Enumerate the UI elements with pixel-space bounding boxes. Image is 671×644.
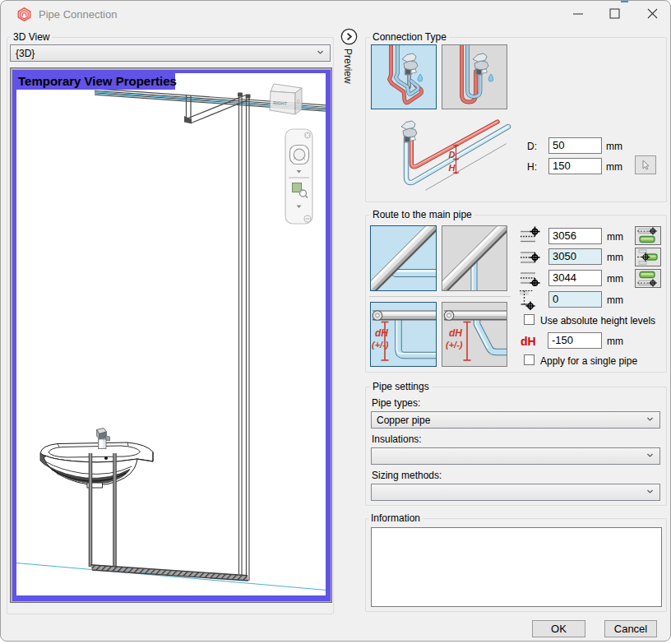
svg-text:D: D (449, 150, 456, 160)
svg-text:(+/-): (+/-) (446, 340, 463, 350)
svg-text:H: H (449, 163, 456, 173)
svg-text:dH: dH (375, 327, 388, 339)
svg-text:RIGHT: RIGHT (273, 100, 288, 106)
svg-text:D: D (297, 99, 300, 104)
svg-text:(+/-): (+/-) (372, 340, 389, 350)
svg-text:dH: dH (449, 327, 462, 339)
